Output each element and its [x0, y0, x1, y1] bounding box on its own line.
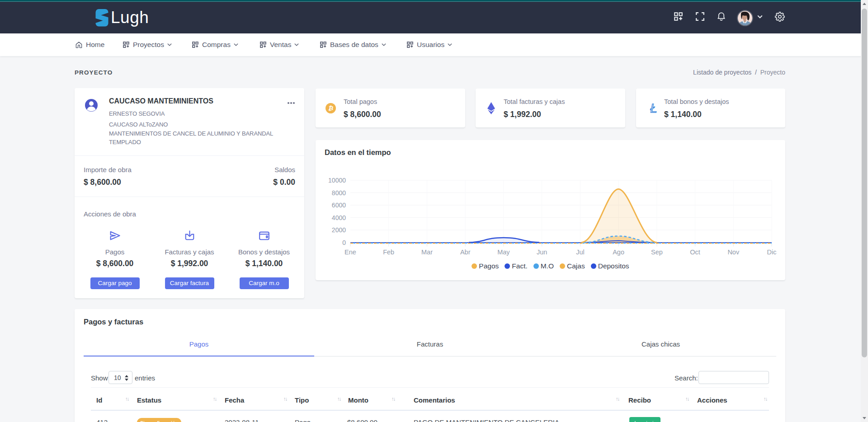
svg-text:Oct: Oct: [690, 249, 700, 256]
svg-text:Mar: Mar: [421, 249, 433, 256]
svg-text:Jun: Jun: [537, 249, 547, 256]
svg-text:Dic: Dic: [767, 249, 777, 256]
svg-text:Abr: Abr: [460, 249, 471, 256]
svg-text:10000: 10000: [328, 177, 346, 184]
svg-text:6000: 6000: [332, 202, 346, 209]
svg-text:Ł: Ł: [650, 103, 657, 114]
svg-text:Feb: Feb: [383, 249, 394, 256]
svg-text:Sep: Sep: [651, 249, 663, 256]
svg-text:2000: 2000: [332, 226, 346, 234]
svg-text:₿: ₿: [328, 105, 334, 112]
svg-text:May: May: [497, 249, 510, 256]
svg-text:Jul: Jul: [576, 249, 585, 256]
svg-text:Ene: Ene: [344, 249, 356, 256]
svg-text:0: 0: [342, 239, 346, 246]
svg-text:8000: 8000: [332, 189, 346, 197]
svg-text:Ago: Ago: [613, 249, 624, 256]
svg-text:Nov: Nov: [727, 249, 740, 256]
svg-text:4000: 4000: [332, 214, 346, 221]
